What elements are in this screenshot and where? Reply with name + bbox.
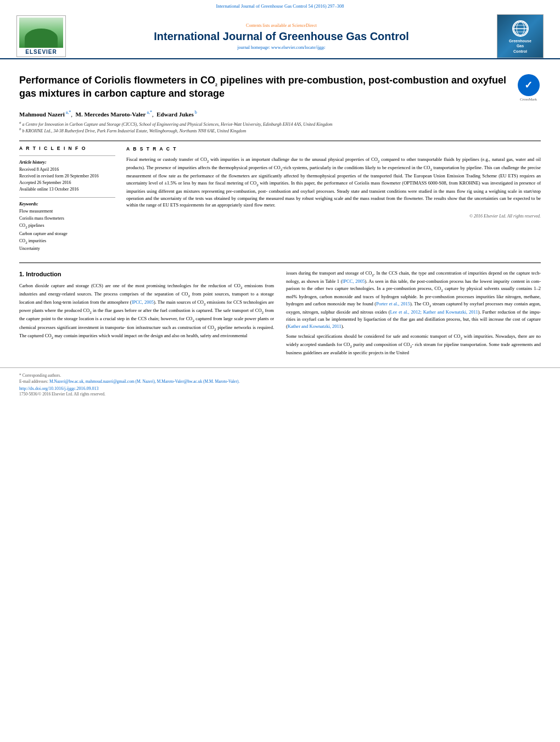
footnote-emails: E-mail addresses: M.Nazeri@hw.ac.uk, mah… — [19, 378, 541, 384]
elsevier-logo: ELSEVIER — [16, 15, 66, 57]
article-title-section: Performance of Coriolis flowmeters in CO… — [19, 74, 541, 134]
info-divider-2 — [19, 197, 115, 198]
article-content: Performance of Coriolis flowmeters in CO… — [0, 59, 560, 365]
journal-header: ELSEVIER Contents lists available at Sci… — [0, 10, 560, 59]
abstract-heading: A B S T R A C T — [126, 146, 541, 152]
article-footer: * Corresponding authors. E-mail addresse… — [0, 367, 560, 398]
authors-line: Mahmoud Nazeri a,*, M. Mercedes Maroto-V… — [19, 110, 541, 118]
accepted-line: Accepted 26 September 2016 — [19, 180, 115, 186]
author-3: Edward Jukes — [156, 111, 194, 118]
crossmark-icon: ✓ — [518, 74, 540, 96]
author-1: Mahmoud Nazeri — [19, 111, 65, 118]
article-info-heading: A R T I C L E I N F O — [19, 146, 115, 152]
divider-1 — [19, 141, 541, 141]
article-info-abstract: A R T I C L E I N F O Article history: R… — [19, 146, 541, 257]
keywords-label: Keywords: — [19, 201, 115, 207]
crossmark-label: CrossMark — [520, 97, 537, 102]
logo-title-text: Greenhouse Gas Control — [509, 38, 531, 53]
article-info-col: A R T I C L E I N F O Article history: R… — [19, 146, 115, 257]
svg-point-1 — [517, 22, 524, 35]
intro-col-1: 1. Introduction Carbon dioxide capture a… — [19, 270, 274, 359]
section-heading: 1. Introduction — [19, 270, 274, 279]
author-3-sup: b — [194, 110, 197, 115]
journal-title-block: Contents lists available at ScienceDirec… — [66, 23, 497, 50]
intro-para-1: Carbon dioxide capture and storage (CCS)… — [19, 282, 274, 341]
footnote-corresponding: * Corresponding authors. — [19, 372, 541, 378]
journal-citation: International Journal of Greenhouse Gas … — [0, 0, 560, 10]
received-revised-line: Received in revised form 20 September 20… — [19, 173, 115, 180]
keywords-section: Keywords: Flow measurement Coriolis mass… — [19, 201, 115, 253]
affiliations: a a Centre for Innovation in Carbon Capt… — [19, 120, 541, 135]
page: International Journal of Greenhouse Gas … — [0, 0, 560, 742]
doi-line: http://dx.doi.org/10.1016/j.ijggc.2016.0… — [19, 386, 541, 391]
article-history: Article history: Received 8 April 2016 R… — [19, 159, 115, 193]
affiliation-1: a a Centre for Innovation in Carbon Capt… — [19, 120, 541, 127]
affiliation-2: b b KROHNE Ltd., 34-38 Rutherford Drive,… — [19, 127, 541, 134]
introduction-section: 1. Introduction Carbon dioxide capture a… — [19, 263, 541, 359]
intro-para-3: Some technical specifications should be … — [286, 333, 541, 356]
intro-columns: 1. Introduction Carbon dioxide capture a… — [19, 270, 541, 359]
abstract-col: A B S T R A C T Fiscal metering or custo… — [126, 146, 541, 257]
abstract-text: Fiscal metering or custody transfer of C… — [126, 156, 541, 209]
journal-homepage: journal homepage: www.elsevier.com/locat… — [74, 45, 489, 50]
journal-title: International Journal of Greenhouse Gas … — [74, 30, 489, 43]
svg-point-0 — [514, 22, 527, 35]
available-line: Available online 13 October 2016 — [19, 186, 115, 193]
copyright-line: © 2016 Elsevier Ltd. All rights reserved… — [126, 213, 541, 220]
journal-logo: Greenhouse Gas Control — [497, 14, 544, 58]
issn-line: 1750-5836/© 2016 Elsevier Ltd. All right… — [19, 391, 541, 397]
received-line: Received 8 April 2016 — [19, 166, 115, 173]
globe-icon — [512, 20, 529, 37]
article-title: Performance of Coriolis flowmeters in CO… — [19, 74, 508, 100]
article-title-block: Performance of Coriolis flowmeters in CO… — [19, 74, 516, 105]
info-divider-1 — [19, 155, 115, 156]
crossmark-block: ✓ CrossMark — [516, 74, 541, 102]
intro-col-2: issues during the transport and storage … — [286, 270, 541, 359]
sciencedirect-line: Contents lists available at ScienceDirec… — [74, 23, 489, 28]
author-2-sup: a,* — [145, 110, 152, 115]
keywords-list: Flow measurement Coriolis mass flowmeter… — [19, 208, 115, 253]
author-1-sup: a,* — [65, 110, 71, 115]
author-2: M. Mercedes Maroto-Valer — [76, 111, 146, 118]
intro-para-2: issues during the transport and storage … — [286, 270, 541, 330]
history-label: Article history: — [19, 159, 115, 165]
